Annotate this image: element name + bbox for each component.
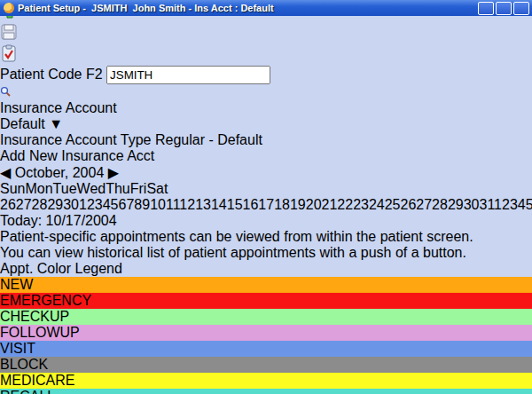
calendar-day[interactable]: 27 xyxy=(416,197,432,212)
left-panel: ◀ October, 2004 ▶ SunMonTueWedThuFriSat … xyxy=(0,164,532,394)
insurance-type-value: Regular - Default xyxy=(155,132,262,147)
calendar-weekday-row: SunMonTueWedThuFriSat xyxy=(0,181,532,197)
info-paragraph-1: Patient-specific appointments can be vie… xyxy=(0,229,532,245)
calendar-day[interactable]: 8 xyxy=(134,197,142,212)
calendar-day[interactable]: 26 xyxy=(401,197,417,212)
calendar-day[interactable]: 30 xyxy=(63,197,79,212)
calendar-day[interactable]: 28 xyxy=(32,197,48,212)
month-calendar: ◀ October, 2004 ▶ SunMonTueWedThuFriSat … xyxy=(0,164,532,229)
calendar-weekday: Wed xyxy=(77,181,106,196)
calendar-day[interactable]: 7 xyxy=(126,197,134,212)
calendar-weekday: Fri xyxy=(130,181,147,196)
calendar-day[interactable]: 26 xyxy=(0,197,16,212)
calendar-day[interactable]: 25 xyxy=(385,197,401,212)
search-icon xyxy=(0,86,11,97)
legend-item-new: NEW xyxy=(0,277,532,293)
calendar-day[interactable]: 16 xyxy=(243,197,259,212)
calendar-day[interactable]: 22 xyxy=(337,197,353,212)
calendar-day[interactable]: 30 xyxy=(464,197,480,212)
calendar-day[interactable]: 29 xyxy=(448,197,464,212)
info-paragraph-2: You can view historical list of patient … xyxy=(0,245,532,261)
legend-item-label: EMERGENCY xyxy=(0,293,91,308)
calendar-day[interactable]: 2 xyxy=(87,197,95,212)
calendar-day[interactable]: 2 xyxy=(502,197,510,212)
calendar-day[interactable]: 3 xyxy=(510,197,518,212)
legend-item-medicare: MEDICARE xyxy=(0,373,532,389)
legend-item-recall: RECALL xyxy=(0,389,532,394)
calendar-day[interactable]: 15 xyxy=(227,197,243,212)
legend-item-followup: FOLLOWUP xyxy=(0,325,532,341)
calendar-day[interactable]: 27 xyxy=(16,197,32,212)
calendar-weekday: Thu xyxy=(106,181,130,196)
insurance-account-dropdown[interactable]: Default ▼ xyxy=(0,116,532,132)
insurance-account-label: Insurance Account xyxy=(0,100,117,115)
calendar-day[interactable]: 1 xyxy=(494,197,502,212)
legend-title: Appt. Color Legend xyxy=(0,261,122,276)
calendar-day[interactable]: 5 xyxy=(526,197,532,212)
close-button[interactable] xyxy=(513,2,529,15)
insurance-account-value: Default xyxy=(0,116,45,131)
calendar-day[interactable]: 29 xyxy=(47,197,63,212)
app-icon xyxy=(4,3,14,13)
calendar-grid: 2627282930123456789101112131415161718192… xyxy=(0,197,532,213)
legend-item-label: CHECKUP xyxy=(0,309,69,324)
calendar-day[interactable]: 3 xyxy=(95,197,103,212)
save-icon xyxy=(0,23,18,41)
calendar-day[interactable]: 18 xyxy=(274,197,290,212)
legend-item-checkup: CHECKUP xyxy=(0,309,532,325)
calendar-day[interactable]: 10 xyxy=(150,197,166,212)
calendar-day[interactable]: 14 xyxy=(211,197,227,212)
appt-color-legend: Appt. Color Legend NEWEMERGENCYCHECKUPFO… xyxy=(0,261,532,394)
window-title: Patient Setup - JSMITH John Smith - Ins … xyxy=(18,3,274,13)
minimize-button[interactable] xyxy=(478,2,494,15)
calendar-day[interactable]: 9 xyxy=(142,197,150,212)
legend-item-label: VISIT xyxy=(0,341,35,356)
calendar-day[interactable]: 5 xyxy=(111,197,119,212)
calendar-prev-month-button[interactable]: ◀ xyxy=(0,165,11,180)
legend-item-label: RECALL xyxy=(0,389,55,394)
calendar-weekday: Sun xyxy=(0,181,25,196)
today-label: Today: 10/17/2004 xyxy=(0,213,117,228)
dropdown-arrow-icon[interactable]: ▼ xyxy=(49,116,63,131)
calendar-day[interactable]: 12 xyxy=(179,197,195,212)
legend-item-label: FOLLOWUP xyxy=(0,325,80,340)
calendar-day[interactable]: 28 xyxy=(432,197,448,212)
calendar-weekday: Sat xyxy=(146,181,168,196)
calendar-weekday: Mon xyxy=(25,181,52,196)
calendar-day[interactable]: 11 xyxy=(166,197,179,212)
legend-item-label: BLOCK xyxy=(0,357,48,372)
calendar-day[interactable]: 31 xyxy=(480,197,495,212)
calendar-day[interactable]: 21 xyxy=(322,197,338,212)
maximize-button[interactable] xyxy=(496,2,512,15)
calendar-weekday: Tue xyxy=(53,181,77,196)
f2-shortcut-label: F2 xyxy=(86,67,103,82)
save-button[interactable] xyxy=(0,23,532,44)
calendar-day[interactable]: 17 xyxy=(258,197,274,212)
calendar-day[interactable]: 24 xyxy=(369,197,385,212)
patient-code-section: Patient Code F2 xyxy=(0,66,532,100)
calendar-day[interactable]: 19 xyxy=(290,197,306,212)
add-insurance-button[interactable]: Add New Insurance Acct xyxy=(0,148,532,164)
legend-item-label: MEDICARE xyxy=(0,373,74,388)
calendar-header: ◀ October, 2004 ▶ xyxy=(0,164,532,181)
legend-grid: NEWEMERGENCYCHECKUPFOLLOWUPVISITBLOCKMED… xyxy=(0,277,532,394)
patient-code-input[interactable] xyxy=(106,66,270,84)
legend-item-visit: VISIT xyxy=(0,341,532,357)
verify-button[interactable] xyxy=(0,44,532,66)
calendar-day[interactable]: 23 xyxy=(353,197,369,212)
legend-item-emergency: EMERGENCY xyxy=(0,293,532,309)
patient-setup-window: Patient Setup - JSMITH John Smith - Ins … xyxy=(0,0,532,394)
calendar-day[interactable]: 20 xyxy=(306,197,322,212)
legend-item-block: BLOCK xyxy=(0,357,532,373)
calendar-day[interactable]: 1 xyxy=(79,197,87,212)
insurance-type-label: Insurance Account Type xyxy=(0,132,151,147)
calendar-day[interactable]: 13 xyxy=(195,197,211,212)
patient-search-button[interactable] xyxy=(0,84,532,100)
title-bar: Patient Setup - JSMITH John Smith - Ins … xyxy=(0,0,532,16)
calendar-day[interactable]: 4 xyxy=(518,197,526,212)
calendar-today-row: Today: 10/17/2004 xyxy=(0,213,532,229)
legend-item-label: NEW xyxy=(0,277,33,292)
calendar-next-month-button[interactable]: ▶ xyxy=(108,165,119,180)
calendar-day[interactable]: 4 xyxy=(103,197,111,212)
patient-code-label: Patient Code xyxy=(0,67,82,82)
